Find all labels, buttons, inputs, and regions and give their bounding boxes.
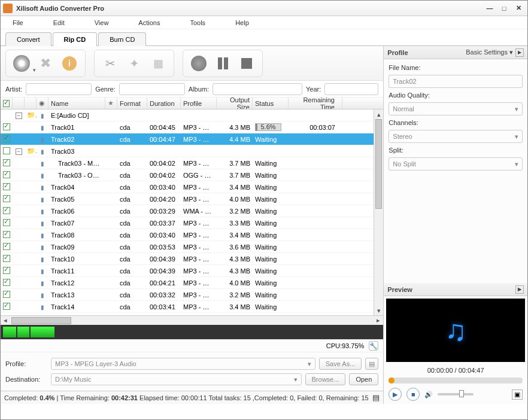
volume-slider[interactable] xyxy=(438,393,474,395)
table-row[interactable]: ▮Track02cda00:04:47MP3 - MP...4.4 MBWait… xyxy=(1,133,383,145)
table-row[interactable]: ▮Track08cda00:03:40MP3 - MP...3.4 MBWait… xyxy=(1,229,383,241)
preview-expand-icon[interactable]: ▶ xyxy=(515,285,524,294)
profile-extra-button[interactable]: ▤ xyxy=(365,358,378,370)
row-checkbox[interactable] xyxy=(3,183,10,190)
year-input[interactable] xyxy=(324,83,378,95)
quality-combo[interactable]: Normal▾ xyxy=(389,102,523,115)
channels-combo[interactable]: Stereo▾ xyxy=(389,130,523,143)
row-checkbox[interactable] xyxy=(3,147,10,154)
col-status[interactable]: Status xyxy=(253,98,289,109)
browse-button[interactable]: Browse... xyxy=(305,373,346,385)
preview-stop-button[interactable]: ■ xyxy=(406,388,420,401)
basic-settings-dropdown[interactable]: Basic Settings ▾ xyxy=(466,48,513,56)
profile-combo[interactable]: MP3 - MPEG Layer-3 Audio▾ xyxy=(51,358,315,370)
row-checkbox[interactable] xyxy=(3,159,10,166)
row-checkbox[interactable] xyxy=(3,195,10,202)
table-row[interactable]: ▮Track10cda00:04:39MP3 - MP...4.3 MBWait… xyxy=(1,253,383,265)
col-check[interactable] xyxy=(1,98,13,109)
minimize-button[interactable]: — xyxy=(483,3,496,14)
table-row[interactable]: ▮Track06cda00:03:29WMA - Wi...3.2 MBWait… xyxy=(1,205,383,217)
col-duration[interactable]: Duration xyxy=(147,98,181,109)
col-profile[interactable]: Profile xyxy=(181,98,217,109)
menu-help[interactable]: Help xyxy=(235,19,249,26)
filename-input[interactable]: Track02 xyxy=(389,75,523,88)
saveas-button[interactable]: Save As... xyxy=(319,358,362,370)
table-row[interactable]: ▮Track07cda00:03:37MP3 - MP...3.3 MBWait… xyxy=(1,217,383,229)
disc-dropdown-button[interactable] xyxy=(12,54,31,73)
row-checkbox[interactable] xyxy=(3,171,10,178)
add-media-button[interactable]: ▦ xyxy=(148,54,168,73)
row-checkbox[interactable] xyxy=(3,267,10,274)
rip-button[interactable] xyxy=(189,54,208,73)
col-name[interactable]: Name xyxy=(48,98,105,109)
delete-button[interactable]: ✖ xyxy=(36,54,55,73)
hscroll-thumb[interactable] xyxy=(11,317,71,324)
scroll-down-icon[interactable]: ▾ xyxy=(374,306,383,315)
row-checkbox[interactable] xyxy=(3,123,10,130)
table-row[interactable]: −📁▮Track03 xyxy=(1,145,383,157)
row-checkbox[interactable] xyxy=(3,303,10,310)
list-view-icon[interactable]: ▤ xyxy=(372,393,380,402)
table-row[interactable]: ▮Track01cda00:04:45MP3 - MP...4.3 MB5.6%… xyxy=(1,121,383,133)
row-checkbox[interactable] xyxy=(3,231,10,238)
row-duration: 00:03:29 xyxy=(147,208,181,215)
menu-file[interactable]: File xyxy=(13,19,23,26)
col-format[interactable]: Format xyxy=(117,98,147,109)
preview-play-button[interactable]: ▶ xyxy=(389,388,402,401)
tab-convert[interactable]: Convert xyxy=(5,32,51,46)
destination-combo[interactable]: D:\My Music▾ xyxy=(51,373,302,385)
scroll-up-icon[interactable]: ▴ xyxy=(374,109,383,119)
table-row[interactable]: ▮Track14cda00:03:41MP3 - MP...3.4 MBWait… xyxy=(1,301,383,313)
scroll-left-icon[interactable]: ◂ xyxy=(1,316,10,324)
scroll-thumb[interactable] xyxy=(375,119,382,209)
maximize-button[interactable]: □ xyxy=(497,3,511,14)
row-checkbox[interactable] xyxy=(3,219,10,226)
table-row[interactable]: −📁▮E:[Audio CD] xyxy=(1,109,383,121)
row-checkbox[interactable] xyxy=(3,279,10,286)
artist-input[interactable] xyxy=(26,83,92,95)
effects-button[interactable]: ✦ xyxy=(125,54,144,73)
row-checkbox[interactable] xyxy=(3,255,10,262)
collapse-icon[interactable]: − xyxy=(16,148,22,155)
table-row[interactable]: ▮Track12cda00:04:21MP3 - MP...4.0 MBWait… xyxy=(1,277,383,289)
row-checkbox[interactable] xyxy=(3,207,10,214)
row-checkbox[interactable] xyxy=(3,243,10,250)
expand-icon[interactable]: ▶ xyxy=(515,48,524,57)
info-button[interactable]: i xyxy=(60,54,79,73)
table-row[interactable]: ▮Track03 - OGG...cda00:04:02OGG - Og...3… xyxy=(1,169,383,181)
open-button[interactable]: Open xyxy=(349,373,378,385)
menu-view[interactable]: View xyxy=(95,19,109,26)
col-media-icon[interactable]: ◉ xyxy=(37,98,48,109)
row-checkbox[interactable] xyxy=(3,291,10,298)
pause-button[interactable] xyxy=(213,54,232,73)
scroll-right-icon[interactable]: ▸ xyxy=(374,316,383,324)
preview-seek-slider[interactable] xyxy=(389,378,523,384)
vertical-scrollbar[interactable]: ▴ ▾ xyxy=(374,109,383,315)
table-row[interactable]: ▮Track05cda00:04:20MP3 - MP...4.0 MBWait… xyxy=(1,193,383,205)
menu-actions[interactable]: Actions xyxy=(138,19,160,26)
row-checkbox[interactable] xyxy=(3,135,10,142)
table-row[interactable]: ▮Track11cda00:04:39MP3 - MP...4.3 MBWait… xyxy=(1,265,383,277)
col-remaining[interactable]: Remaining Time xyxy=(289,98,342,109)
album-input[interactable] xyxy=(213,83,302,95)
menu-tools[interactable]: Tools xyxy=(190,19,205,26)
tab-ripcd[interactable]: Rip CD xyxy=(53,32,98,46)
menu-edit[interactable]: Edit xyxy=(53,19,65,26)
col-output[interactable]: Output Size xyxy=(217,98,253,109)
col-star[interactable]: ★ xyxy=(105,98,117,109)
snapshot-icon[interactable]: ▣ xyxy=(512,389,523,400)
cut-button[interactable]: ✂ xyxy=(101,54,120,73)
stop-button[interactable] xyxy=(237,54,256,73)
tab-burncd[interactable]: Burn CD xyxy=(98,32,146,46)
settings-icon[interactable]: 🔧 xyxy=(369,341,378,351)
horizontal-scrollbar[interactable]: ◂ ▸ xyxy=(1,315,383,325)
close-button[interactable]: ✕ xyxy=(512,3,525,14)
table-row[interactable]: ▮Track04cda00:03:40MP3 - MP...3.4 MBWait… xyxy=(1,181,383,193)
table-row[interactable]: ▮Track03 - MP3...cda00:04:02MP3 - MP...3… xyxy=(1,157,383,169)
collapse-icon[interactable]: − xyxy=(16,112,22,119)
volume-icon[interactable]: 🔊 xyxy=(424,391,433,398)
table-row[interactable]: ▮Track09cda00:03:53MP3 - MP...3.6 MBWait… xyxy=(1,241,383,253)
table-row[interactable]: ▮Track13cda00:03:32MP3 - MP...3.2 MBWait… xyxy=(1,289,383,301)
split-combo[interactable]: No Split▾ xyxy=(389,157,523,171)
genre-input[interactable] xyxy=(119,83,185,95)
